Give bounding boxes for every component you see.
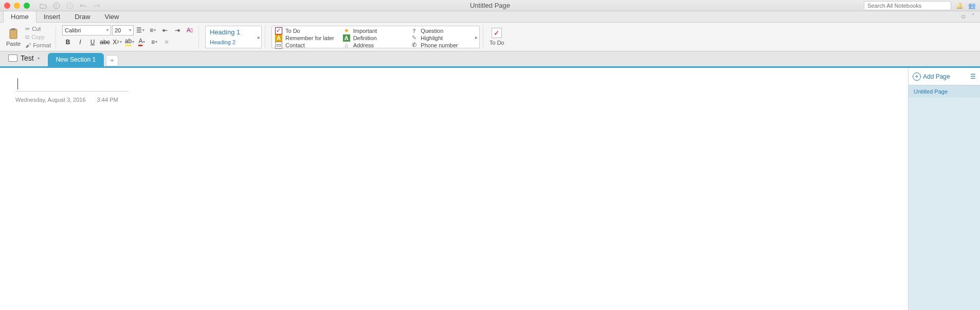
- tab-view[interactable]: View: [98, 11, 126, 22]
- styles-gallery[interactable]: Heading 1 Heading 2 ▸: [205, 26, 262, 48]
- tags-group: ✓To Do ARemember for later ▭Contact ★Imp…: [268, 25, 483, 49]
- tab-draw[interactable]: Draw: [67, 11, 97, 22]
- svg-rect-2: [10, 29, 17, 39]
- expand-icon[interactable]: ▸: [475, 34, 478, 40]
- expand-icon[interactable]: ▸: [258, 34, 260, 40]
- paste-button[interactable]: Paste: [6, 27, 21, 47]
- page-canvas[interactable]: Wednesday, August 3, 2016 3:44 PM: [0, 68, 908, 310]
- share-icon[interactable]: 👥: [968, 2, 976, 10]
- notebook-name: Test: [21, 54, 34, 62]
- notifications-icon[interactable]: 🔔: [955, 2, 964, 10]
- tag-definition[interactable]: ADefinition: [342, 34, 410, 42]
- tag-highlight[interactable]: ✎Highlight: [409, 34, 477, 42]
- page-list-panel: + Add Page ☰ Untitled Page: [908, 68, 980, 310]
- tags-gallery[interactable]: ✓To Do ARemember for later ▭Contact ★Imp…: [271, 26, 480, 48]
- redo-icon[interactable]: [93, 2, 101, 10]
- align-button[interactable]: ≡▾: [149, 37, 160, 47]
- tab-home[interactable]: Home: [3, 11, 37, 23]
- strikethrough-button[interactable]: abc: [99, 37, 111, 47]
- tag-todo[interactable]: ✓To Do: [274, 27, 342, 34]
- search-input[interactable]: [864, 1, 951, 10]
- forward-icon[interactable]: [66, 2, 74, 10]
- checkbox-icon: ✓: [492, 28, 502, 38]
- todo-group: ✓ To Do: [486, 25, 507, 49]
- font-size-select[interactable]: 20▾: [112, 25, 134, 35]
- window-controls: [4, 3, 30, 9]
- todo-label: To Do: [489, 40, 504, 46]
- scissors-icon: ✂: [25, 26, 30, 32]
- collapse-ribbon-icon[interactable]: ˄: [972, 13, 975, 20]
- underline-button[interactable]: U: [87, 37, 98, 47]
- heading2-style[interactable]: Heading 2: [210, 39, 257, 45]
- undo-icon[interactable]: [79, 2, 87, 10]
- back-icon[interactable]: [52, 2, 61, 10]
- text-cursor: [17, 78, 18, 89]
- chevron-down-icon: ▾: [129, 28, 131, 32]
- ribbon: Paste ✂Cut ⧉Copy 🖌Format Calibri▾ 20▾ ☰▾…: [0, 23, 980, 51]
- titlebar: Untitled Page 🔔 👥: [0, 0, 980, 11]
- notebook-icon: [8, 54, 17, 62]
- tag-address[interactable]: ⌂Address: [342, 42, 410, 49]
- font-name-select[interactable]: Calibri▾: [62, 25, 111, 35]
- paste-label: Paste: [6, 41, 21, 47]
- chevron-down-icon: ▾: [38, 56, 40, 61]
- feedback-icon[interactable]: ☺: [960, 13, 967, 20]
- add-section-button[interactable]: +: [106, 55, 118, 66]
- minimize-window-button[interactable]: [14, 3, 20, 9]
- bullets-button[interactable]: ☰▾: [135, 25, 146, 35]
- outdent-button[interactable]: ⇤: [159, 25, 171, 35]
- page-list-item[interactable]: Untitled Page: [909, 85, 980, 98]
- numbering-button[interactable]: ≡▾: [147, 25, 158, 35]
- main-area: Wednesday, August 3, 2016 3:44 PM + Add …: [0, 68, 980, 310]
- section-tab[interactable]: New Section 1: [48, 53, 104, 66]
- todo-button[interactable]: ✓ To Do: [489, 28, 504, 46]
- format-painter-button[interactable]: 🖌Format: [24, 42, 52, 49]
- page-time: 3:44 PM: [97, 97, 118, 103]
- window-title: Untitled Page: [470, 2, 510, 9]
- svg-point-0: [53, 3, 60, 9]
- highlight-button[interactable]: ab▾: [124, 37, 135, 47]
- notebook-selector[interactable]: Test ▾: [3, 52, 45, 64]
- styles-group: Heading 1 Heading 2 ▸: [202, 25, 265, 49]
- indent-button[interactable]: ⇥: [172, 25, 183, 35]
- cut-button[interactable]: ✂Cut: [24, 25, 52, 33]
- svg-point-1: [67, 3, 73, 9]
- tag-remember[interactable]: ARemember for later: [274, 34, 342, 42]
- plus-icon: +: [913, 72, 921, 81]
- tag-question[interactable]: ?Question: [409, 27, 477, 34]
- font-color-button[interactable]: A▾: [136, 37, 148, 47]
- brush-icon: 🖌: [25, 42, 31, 48]
- subscript-button[interactable]: X2▾: [112, 37, 123, 47]
- page-title-input[interactable]: [15, 78, 129, 92]
- tab-insert[interactable]: Insert: [37, 11, 68, 22]
- font-group: Calibri▾ 20▾ ☰▾ ≡▾ ⇤ ⇥ A⃠ B I U abc X2▾ …: [59, 25, 199, 49]
- close-window-button[interactable]: [4, 3, 10, 9]
- tag-contact[interactable]: ▭Contact: [274, 42, 342, 49]
- chevron-down-icon: ▾: [106, 28, 108, 32]
- svg-rect-3: [11, 28, 15, 30]
- section-bar: Test ▾ New Section 1 +: [0, 51, 980, 68]
- copy-button[interactable]: ⧉Copy: [24, 33, 52, 41]
- open-icon[interactable]: [39, 2, 47, 10]
- clear-formatting-button[interactable]: A⃠: [184, 25, 195, 35]
- copy-icon: ⧉: [25, 34, 29, 41]
- bold-button[interactable]: B: [62, 37, 74, 47]
- italic-button[interactable]: I: [75, 37, 86, 47]
- ribbon-tabs: Home Insert Draw View ☺ ˄: [0, 11, 980, 23]
- page-list-menu-icon[interactable]: ☰: [970, 73, 976, 80]
- add-page-button[interactable]: + Add Page: [913, 72, 950, 81]
- heading1-style[interactable]: Heading 1: [210, 28, 257, 36]
- delete-button[interactable]: ✕: [161, 37, 172, 47]
- tag-important[interactable]: ★Important: [342, 27, 410, 34]
- tag-phone[interactable]: ✆Phone number: [409, 42, 477, 49]
- clipboard-group: Paste ✂Cut ⧉Copy 🖌Format: [3, 25, 56, 49]
- zoom-window-button[interactable]: [24, 3, 30, 9]
- page-date: Wednesday, August 3, 2016: [15, 97, 86, 103]
